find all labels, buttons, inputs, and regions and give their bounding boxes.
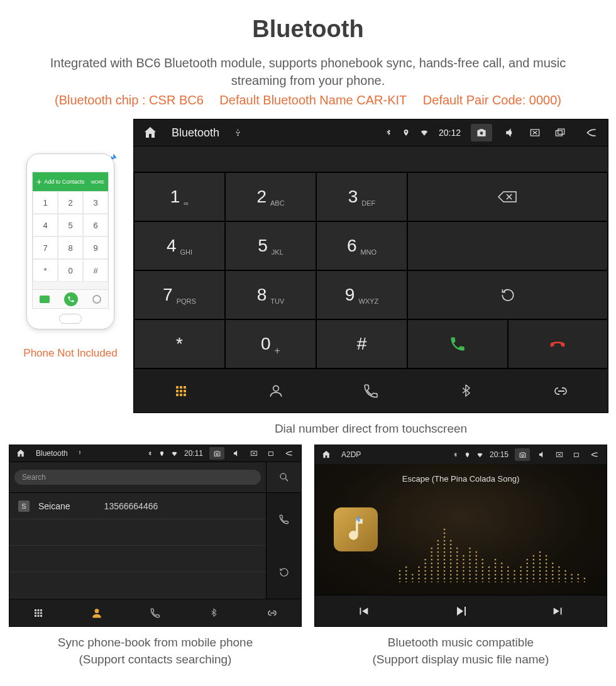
- close-button[interactable]: [248, 448, 260, 459]
- empty-row: [9, 546, 266, 572]
- phone-key: 1: [33, 191, 58, 214]
- svg-point-120: [469, 570, 471, 572]
- tab-recents[interactable]: [126, 599, 185, 626]
- svg-rect-20: [40, 612, 42, 614]
- svg-rect-4: [180, 386, 182, 389]
- close-button[interactable]: [554, 449, 565, 460]
- tab-dialpad[interactable]: [9, 599, 68, 626]
- key-2[interactable]: 2ABC: [225, 172, 316, 221]
- svg-point-219: [564, 578, 566, 580]
- svg-point-14: [280, 473, 286, 479]
- status-time: 20:11: [184, 449, 203, 458]
- tab-dialpad[interactable]: [134, 368, 229, 412]
- svg-rect-5: [184, 386, 186, 389]
- volume-button[interactable]: [536, 449, 547, 460]
- screenshot-button[interactable]: [471, 124, 492, 141]
- svg-point-197: [539, 555, 541, 557]
- recent-button[interactable]: [571, 449, 583, 460]
- play-pause-button[interactable]: [412, 595, 510, 626]
- home-icon[interactable]: [321, 450, 331, 460]
- key-7[interactable]: 7PQRS: [134, 270, 225, 319]
- svg-point-192: [539, 574, 541, 576]
- bluetooth-status-icon: [147, 451, 153, 456]
- svg-point-171: [520, 578, 522, 580]
- svg-point-65: [437, 563, 439, 565]
- tab-bluetooth[interactable]: [184, 599, 243, 626]
- more-label: MORE: [91, 180, 104, 184]
- call-button[interactable]: [266, 493, 301, 546]
- redial-button[interactable]: [407, 270, 608, 319]
- key-6[interactable]: 6MNO: [316, 221, 407, 270]
- svg-point-167: [514, 578, 515, 580]
- svg-point-217: [558, 567, 560, 568]
- svg-point-72: [444, 582, 446, 582]
- dial-display: [134, 146, 608, 172]
- key-4[interactable]: 4GHI: [134, 221, 225, 270]
- phone-key: 0: [58, 259, 83, 282]
- search-input[interactable]: Search: [14, 470, 261, 485]
- volume-button[interactable]: [231, 448, 242, 459]
- recent-button[interactable]: [266, 448, 277, 459]
- backspace-button[interactable]: [407, 172, 608, 221]
- svg-point-81: [444, 548, 446, 550]
- next-button[interactable]: [509, 595, 607, 626]
- screenshot-button[interactable]: [515, 448, 530, 461]
- svg-point-40: [418, 574, 420, 576]
- svg-rect-11: [184, 394, 186, 396]
- svg-point-51: [431, 578, 432, 580]
- key-hash[interactable]: #: [316, 319, 407, 368]
- svg-point-202: [546, 570, 547, 572]
- key-3[interactable]: 3DEF: [316, 172, 407, 221]
- screenshot-button[interactable]: [209, 447, 224, 460]
- svg-point-101: [456, 574, 458, 576]
- svg-point-116: [463, 555, 465, 557]
- volume-button[interactable]: [502, 125, 517, 140]
- back-button[interactable]: [283, 448, 295, 459]
- key-0[interactable]: 0+: [225, 319, 316, 368]
- tab-bluetooth[interactable]: [418, 368, 513, 412]
- svg-point-103: [456, 567, 458, 568]
- svg-point-70: [437, 544, 439, 546]
- svg-rect-7: [180, 390, 182, 392]
- svg-point-182: [533, 582, 535, 582]
- svg-point-35: [412, 582, 414, 582]
- key-5[interactable]: 5JKL: [225, 221, 316, 270]
- search-button[interactable]: [266, 462, 301, 492]
- contact-letter: S: [18, 501, 30, 512]
- svg-point-131: [475, 567, 477, 568]
- home-icon[interactable]: [16, 448, 26, 458]
- tab-pair[interactable]: [513, 368, 608, 412]
- hangup-button[interactable]: [508, 319, 608, 368]
- key-star[interactable]: *: [134, 319, 225, 368]
- prev-button[interactable]: [315, 595, 412, 626]
- close-button[interactable]: [527, 125, 542, 140]
- svg-point-62: [437, 574, 439, 576]
- key-9[interactable]: 9WXYZ: [316, 270, 407, 319]
- tab-pair[interactable]: [243, 599, 301, 626]
- phone-keypad: 1 2 3 4 5 6 7 8 9 * 0 #: [33, 191, 108, 282]
- status-title: Bluetooth: [36, 449, 68, 458]
- phonebook-caption: Sync phone-book from mobile phone (Suppo…: [9, 634, 302, 668]
- svg-point-162: [507, 578, 509, 580]
- location-icon: [465, 452, 470, 458]
- back-button[interactable]: [584, 125, 599, 140]
- svg-point-187: [533, 563, 535, 565]
- contact-row[interactable]: S Seicane 13566664466: [9, 493, 266, 519]
- tab-contacts[interactable]: [229, 368, 324, 412]
- location-icon: [402, 129, 410, 136]
- svg-point-201: [546, 574, 547, 576]
- svg-point-141: [481, 563, 483, 565]
- home-icon[interactable]: [143, 125, 158, 140]
- key-1[interactable]: 1∞: [134, 172, 225, 221]
- svg-rect-9: [176, 394, 179, 396]
- back-button[interactable]: [589, 449, 600, 460]
- tab-contacts[interactable]: [68, 599, 126, 626]
- key-8[interactable]: 8TUV: [225, 270, 316, 319]
- svg-point-53: [431, 570, 432, 572]
- svg-point-112: [463, 570, 465, 572]
- svg-point-135: [475, 551, 477, 553]
- recent-button[interactable]: [553, 125, 568, 140]
- refresh-button[interactable]: [266, 546, 301, 599]
- tab-recents[interactable]: [324, 368, 419, 412]
- call-button[interactable]: [407, 319, 508, 368]
